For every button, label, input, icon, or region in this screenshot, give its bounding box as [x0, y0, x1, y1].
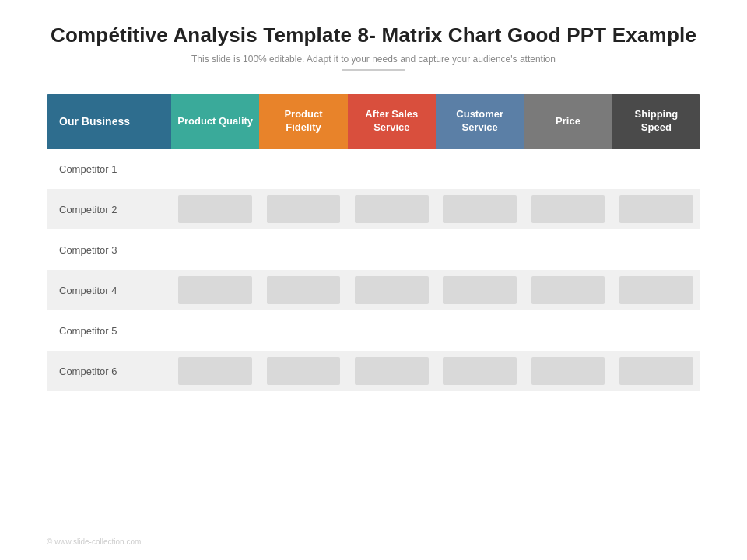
cell: [259, 189, 347, 229]
row-label-competitor1: Competitor 1: [47, 156, 171, 183]
cell: [524, 310, 612, 351]
cell: [524, 270, 612, 310]
table-row: Competitor 6: [47, 351, 700, 391]
slide-subtitle: This slide is 100% editable. Adapt it to…: [191, 54, 556, 65]
cell: [171, 229, 259, 270]
slide-title: Compétitive Analysis Template 8- Matrix …: [51, 23, 696, 47]
row-label-competitor3: Competitor 3: [47, 236, 171, 264]
header-after-sales: After Sales Service: [348, 94, 436, 149]
cell: [524, 149, 612, 189]
cell: [348, 310, 436, 351]
table-row: Competitor 4: [47, 270, 700, 310]
cell: [348, 189, 436, 229]
cell: [259, 310, 347, 351]
cell: [436, 270, 524, 310]
cell: [348, 351, 436, 391]
cell: [348, 229, 436, 270]
cell: [524, 189, 612, 229]
cell: [171, 351, 259, 391]
cell: [612, 229, 700, 270]
header-customer-service: Customer Service: [436, 94, 524, 149]
cell: [436, 149, 524, 189]
row-label-competitor5: Competitor 5: [47, 317, 171, 345]
cell: [612, 270, 700, 310]
data-rows: Competitor 1 Competitor 2 Compet: [47, 149, 700, 391]
table-row: Competitor 5: [47, 310, 700, 351]
cell: [436, 229, 524, 270]
cell: [612, 310, 700, 351]
cell: [524, 351, 612, 391]
cell: [348, 270, 436, 310]
cell: [171, 310, 259, 351]
header-shipping-speed: Shipping Speed: [612, 94, 700, 149]
cell: [436, 351, 524, 391]
slide: Compétitive Analysis Template 8- Matrix …: [0, 0, 747, 560]
row-label-competitor4: Competitor 4: [47, 277, 171, 304]
header-our-business: Our Business: [47, 94, 171, 149]
table-row: Competitor 1: [47, 149, 700, 189]
header-price: Price: [524, 94, 612, 149]
watermark: © www.slide-collection.com: [47, 537, 141, 546]
cell: [171, 189, 259, 229]
cell: [259, 149, 347, 189]
cell: [612, 351, 700, 391]
header-product-fidelity: Product Fidelity: [259, 94, 347, 149]
cell: [612, 149, 700, 189]
divider: [342, 69, 405, 71]
cell: [259, 270, 347, 310]
cell: [259, 351, 347, 391]
cell: [612, 189, 700, 229]
table-row: Competitor 2: [47, 189, 700, 229]
cell: [171, 149, 259, 189]
cell: [524, 229, 612, 270]
cell: [436, 189, 524, 229]
table-row: Competitor 3: [47, 229, 700, 270]
matrix-container: Our Business Product Quality Product Fid…: [47, 94, 700, 391]
row-label-competitor2: Competitor 2: [47, 196, 171, 223]
cell: [436, 310, 524, 351]
header-row: Our Business Product Quality Product Fid…: [47, 94, 700, 149]
cell: [171, 270, 259, 310]
cell: [348, 149, 436, 189]
header-product-quality: Product Quality: [171, 94, 259, 149]
cell: [259, 229, 347, 270]
row-label-competitor6: Competitor 6: [47, 358, 171, 385]
